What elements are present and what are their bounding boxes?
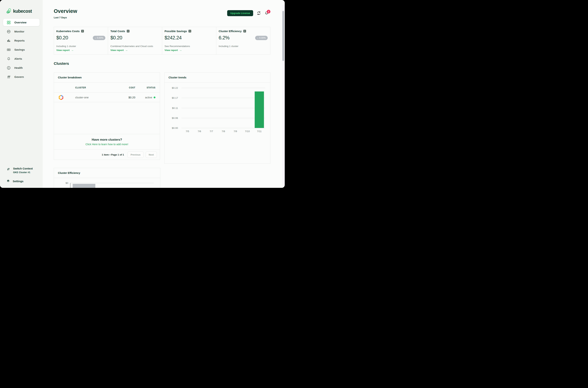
govern-pillars-icon xyxy=(7,75,11,79)
eff-gridline xyxy=(70,183,154,183)
card-title: Cluster Efficiency xyxy=(54,168,160,178)
stat-subtitle: Including 1 cluster xyxy=(56,45,105,48)
right-arrow-icon: → xyxy=(71,49,74,51)
switch-context-cluster: GKE Cluster #1 xyxy=(13,171,33,174)
bar-chart-icon xyxy=(7,39,11,43)
pagination-summary: 1 item • Page 1 of 1 xyxy=(102,153,124,156)
stat-subtitle: Combined Kubernetes and Cloud costs xyxy=(110,45,159,48)
bell-icon xyxy=(7,57,11,61)
trends-ytick: $0.00 xyxy=(172,127,178,129)
cluster-trends-card: Cluster trends $0.22$0.17$0.11$0.06$0.00… xyxy=(164,73,270,164)
info-icon[interactable]: i xyxy=(188,30,191,32)
cluster-status: active xyxy=(145,96,152,99)
sidebar-item-label: Reports xyxy=(14,39,25,42)
trends-ytick: $0.06 xyxy=(172,117,178,119)
sidebar-item-govern[interactable]: Govern xyxy=(3,73,40,81)
sidebar-item-reports[interactable]: Reports xyxy=(3,37,40,44)
cluster-efficiency-card: Cluster Efficiency $0 $0 xyxy=(54,168,160,188)
sidebar-item-health[interactable]: Health xyxy=(3,64,40,72)
next-page-button[interactable]: Next xyxy=(146,151,157,158)
upgrade-license-button[interactable]: Upgrade License xyxy=(227,10,253,16)
view-report-link[interactable]: View report→ xyxy=(110,49,159,51)
change-badge: ↓0.00% xyxy=(255,36,268,40)
trends-xtick: 7/6 xyxy=(198,130,201,133)
cluster-cost: $0.20 xyxy=(119,96,135,99)
previous-page-button[interactable]: Previous xyxy=(128,151,144,158)
switch-context[interactable]: Switch Context GKE Cluster #1 xyxy=(0,167,43,174)
kubecost-leaf-icon xyxy=(6,8,12,14)
stat-title: Possible Savings xyxy=(165,30,187,33)
refresh-button[interactable] xyxy=(257,11,261,15)
stat-card-kubernetes-costs: Kubernetes Costs i $0.20 ↓0.00% Includin… xyxy=(54,27,108,54)
scrollbar-thumb[interactable] xyxy=(282,11,284,61)
stat-subtitle: See Recommendations xyxy=(165,45,214,48)
exclamation-circle-icon xyxy=(7,66,11,70)
monitor-pulse-icon xyxy=(7,30,11,33)
kubecost-logo: kubecost xyxy=(6,8,43,14)
trends-xtick: 7/11 xyxy=(257,130,261,133)
sidebar-item-label: Govern xyxy=(14,75,24,78)
scrollbar-track[interactable] xyxy=(282,4,284,186)
grid-icon xyxy=(7,21,11,24)
right-arrow-icon: → xyxy=(125,49,128,51)
sidebar-bottom: Switch Context GKE Cluster #1 Settings xyxy=(0,167,43,188)
status-dot-icon xyxy=(154,97,155,98)
info-icon[interactable]: i xyxy=(81,30,84,32)
trends-xtick: 7/5 xyxy=(186,130,189,133)
trends-gridline xyxy=(181,88,265,88)
table-row-cluster-one[interactable]: cluster-one $0.20 active xyxy=(54,93,160,102)
col-cost: COST xyxy=(119,86,135,89)
switch-context-title: Switch Context xyxy=(13,167,33,170)
trends-bar xyxy=(255,92,264,128)
eff-ytick: $0 xyxy=(54,182,68,184)
trends-ylabels: $0.22$0.17$0.11$0.06$0.00 xyxy=(165,88,179,128)
stat-title: Total Costs xyxy=(110,30,125,33)
switch-arrows-icon xyxy=(7,168,10,171)
stat-value: 6.2% xyxy=(219,35,230,41)
view-report-link[interactable]: View report→ xyxy=(165,49,214,51)
info-icon[interactable]: i xyxy=(243,30,246,32)
pagination-bar: 1 item • Page 1 of 1 Previous Next xyxy=(54,149,160,160)
settings-label: Settings xyxy=(13,180,24,183)
down-arrow-icon: ↓ xyxy=(95,37,96,39)
app-window: kubecost Overview Monitor xyxy=(0,0,285,188)
cluster-efficiency-chart: $0 $0 xyxy=(54,178,160,188)
gear-icon xyxy=(6,179,10,183)
trends-xtick: 7/7 xyxy=(210,130,213,133)
sidebar-item-alerts[interactable]: Alerts xyxy=(3,55,40,62)
efficiency-bar xyxy=(73,184,95,188)
sidebar-nav: Overview Monitor Reports xyxy=(0,19,43,82)
trends-ytick: $0.17 xyxy=(172,97,178,99)
trends-xtick: 7/9 xyxy=(234,130,237,133)
stat-title: Kubernetes Costs xyxy=(56,30,79,33)
sidebar-item-monitor[interactable]: Monitor xyxy=(3,28,40,35)
sidebar-item-label: Savings xyxy=(14,48,25,51)
cluster-trends-chart: $0.22$0.17$0.11$0.06$0.00 7/57/67/77/87/… xyxy=(165,83,270,164)
add-clusters-link[interactable]: Click Here to learn how to add more! xyxy=(85,143,128,146)
trends-plot xyxy=(181,88,265,128)
page-header: Overview Last 7 Days Upgrade License xyxy=(54,8,270,19)
trends-xtick: 7/10 xyxy=(245,130,250,133)
trends-gridline xyxy=(181,98,265,98)
stat-value: $0.20 xyxy=(56,35,68,41)
trends-xlabels: 7/57/67/77/87/97/107/11 xyxy=(181,130,265,134)
page-title: Overview xyxy=(54,8,77,14)
sidebar-item-settings[interactable]: Settings xyxy=(0,179,43,183)
card-title: Cluster breakdown xyxy=(54,73,160,83)
sidebar-item-label: Health xyxy=(14,66,23,69)
date-range-label: Last 7 Days xyxy=(54,16,77,19)
sidebar-item-overview[interactable]: Overview xyxy=(3,19,40,26)
stat-value: $242.24 xyxy=(165,35,181,41)
view-report-link[interactable]: View report→ xyxy=(56,49,105,51)
sidebar-item-savings[interactable]: Savings xyxy=(3,46,40,53)
sidebar-item-label: Alerts xyxy=(14,57,22,60)
table-empty-space xyxy=(54,102,160,134)
down-arrow-icon: ↓ xyxy=(257,37,258,39)
trends-gridline xyxy=(181,128,265,128)
info-icon[interactable]: i xyxy=(127,30,129,32)
money-bill-icon xyxy=(7,48,11,51)
stat-subtitle: Including 1 cluster xyxy=(219,45,268,48)
stat-value: $0.20 xyxy=(110,35,122,41)
trends-ytick: $0.22 xyxy=(172,87,178,89)
more-clusters-section: Have more clusters? Click Here to learn … xyxy=(54,134,160,149)
